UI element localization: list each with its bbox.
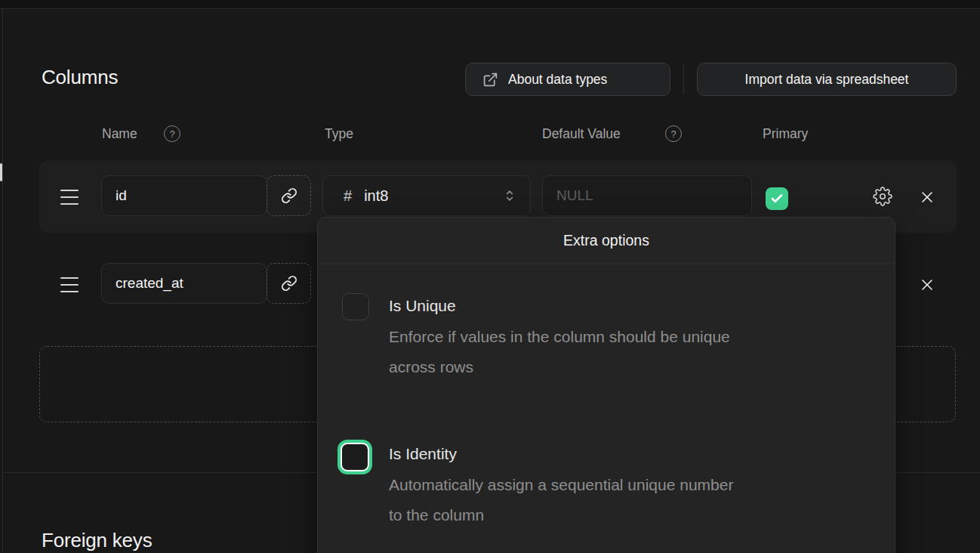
is-identity-label: Is Identity — [389, 441, 750, 467]
gear-icon[interactable] — [873, 187, 892, 206]
is-unique-description: Enforce if values in the column should b… — [389, 322, 750, 382]
header-default-value: Default Value — [542, 126, 621, 142]
option-is-identity: Is Identity Automatically assign a seque… — [341, 441, 750, 530]
drag-handle-icon[interactable] — [60, 277, 79, 292]
header-name: Name — [102, 126, 137, 142]
chevrons-up-down-icon — [502, 188, 517, 203]
import-data-button[interactable]: Import data via spreadsheet — [697, 63, 957, 96]
header-primary: Primary — [763, 126, 808, 142]
is-identity-description: Automatically assign a sequential unique… — [389, 470, 750, 530]
column-name-input[interactable] — [101, 175, 267, 216]
external-link-icon — [482, 72, 498, 88]
is-unique-checkbox[interactable] — [342, 293, 369, 320]
is-unique-label: Is Unique — [389, 293, 750, 319]
hash-icon: # — [344, 187, 352, 205]
about-data-types-label: About data types — [508, 72, 607, 88]
column-name-input[interactable] — [101, 263, 267, 304]
close-icon[interactable] — [918, 276, 936, 294]
column-type-value: int8 — [364, 187, 502, 205]
check-icon — [770, 192, 784, 205]
column-type-select[interactable]: # int8 — [322, 175, 531, 216]
help-circle-icon[interactable]: ? — [164, 125, 180, 142]
columns-section-title: Columns — [42, 66, 118, 89]
link-icon[interactable] — [267, 175, 311, 216]
top-edge-strip — [0, 0, 980, 9]
about-data-types-button[interactable]: About data types — [465, 63, 670, 96]
popover-title: Extra options — [563, 232, 649, 249]
option-is-unique: Is Unique Enforce if values in the colum… — [342, 293, 750, 382]
table-editor-panel: Columns About data types Import data via… — [0, 0, 980, 553]
popover-header: Extra options — [318, 218, 895, 264]
extra-options-popover: Extra options Is Unique Enforce if value… — [317, 217, 895, 553]
help-circle-icon[interactable]: ? — [665, 125, 682, 142]
header-type: Type — [325, 126, 353, 142]
link-icon[interactable] — [267, 263, 311, 304]
column-default-value-input[interactable] — [542, 175, 752, 216]
panel-resize-handle[interactable] — [0, 163, 2, 181]
is-identity-checkbox[interactable] — [341, 443, 369, 471]
primary-checkbox[interactable] — [766, 187, 788, 210]
import-data-label: Import data via spreadsheet — [745, 72, 909, 88]
close-icon[interactable] — [918, 188, 936, 206]
button-divider — [683, 63, 684, 94]
foreign-keys-section-title: Foreign keys — [42, 529, 152, 552]
panel-left-border — [2, 9, 3, 553]
drag-handle-icon[interactable] — [60, 190, 79, 205]
